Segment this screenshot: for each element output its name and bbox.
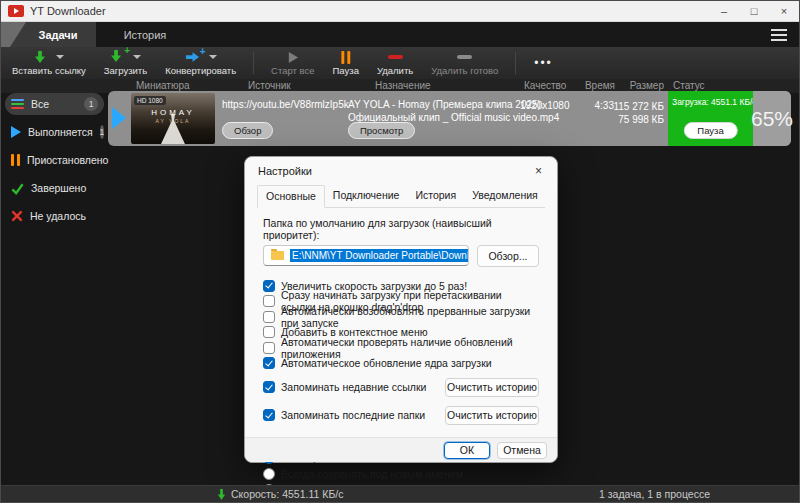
- dialog-tab-connection[interactable]: Подключение: [325, 185, 408, 207]
- checkbox-unchecked[interactable]: [263, 311, 275, 323]
- delete-button[interactable]: Удалить: [368, 50, 422, 77]
- radio-save-new-name[interactable]: Всегда сохранять под новым именем: [263, 469, 539, 480]
- folder-icon: [271, 251, 284, 260]
- paste-link-button[interactable]: Вставить ссылку: [3, 50, 95, 77]
- cancel-button[interactable]: Отмена: [497, 442, 547, 459]
- thumbnail-title: HOMAY: [131, 108, 215, 117]
- download-plus-icon: +: [110, 50, 124, 65]
- sidebar-item-paused[interactable]: Приостановлено: [5, 149, 104, 171]
- app-window: YT Downloader – □ × Задачи История Встав…: [0, 0, 800, 503]
- folder-path-value: E:\NNM\YT Downloader Portable\Downloads: [290, 249, 469, 262]
- checkbox-checked[interactable]: [263, 409, 275, 421]
- toolbar-separator: [515, 52, 516, 74]
- dialog-tab-general[interactable]: Основные: [257, 185, 325, 208]
- convert-button[interactable]: + Конвертировать: [156, 50, 245, 77]
- paused-icon: [11, 154, 20, 166]
- speed-download-icon: [217, 489, 226, 500]
- option-label: Автоматически возобновлять прерванные за…: [281, 305, 539, 329]
- task-play-icon[interactable]: [112, 107, 126, 129]
- sidebar-paused-label: Приостановлено: [27, 154, 108, 166]
- checkbox-unchecked[interactable]: [263, 326, 275, 338]
- settings-dialog: Настройки × Основные Подключение История…: [244, 156, 558, 463]
- status-bar: Скорость: 4551.11 КБ/с 1 задача, 1 в про…: [1, 485, 799, 502]
- maximize-button[interactable]: □: [739, 1, 769, 21]
- download-folder-combobox[interactable]: E:\NNM\YT Downloader Portable\Downloads: [263, 245, 469, 266]
- dialog-tab-history[interactable]: История: [407, 185, 464, 207]
- checkbox-checked[interactable]: [263, 381, 275, 393]
- clear-links-history-button[interactable]: Очистить историю: [445, 378, 539, 397]
- checkbox-unchecked[interactable]: [263, 342, 275, 354]
- paste-link-label: Вставить ссылку: [12, 66, 86, 76]
- sidebar-item-all[interactable]: Все 1: [5, 93, 104, 115]
- dialog-close-button[interactable]: ×: [532, 164, 545, 178]
- status-progress-cell: Загрузка: 4551.1 КБ/с Пауза: [668, 91, 753, 146]
- start-all-button[interactable]: Старт все: [262, 50, 323, 77]
- checkbox-checked[interactable]: [263, 357, 275, 369]
- option-resume-on-start[interactable]: Автоматически возобновлять прерванные за…: [263, 311, 539, 322]
- start-all-label: Старт все: [271, 66, 314, 76]
- all-tasks-icon: [11, 99, 24, 109]
- task-pause-button[interactable]: Пауза: [683, 122, 737, 139]
- chevron-down-icon: [56, 55, 64, 59]
- size-value: 115 272 КБ 75 998 КБ: [592, 100, 664, 126]
- column-time: Время: [581, 80, 615, 91]
- more-options-button[interactable]: •••: [524, 56, 563, 70]
- column-source: Источник: [248, 80, 291, 91]
- dialog-footer: ОК Отмена: [245, 437, 557, 462]
- browse-button[interactable]: Обзор...: [477, 245, 539, 267]
- main-tab-bar: Задачи История: [1, 22, 799, 47]
- toolbar: Вставить ссылку + Загрузить + Конвертиро…: [1, 47, 799, 79]
- hd-badge: HD 1080: [134, 96, 166, 105]
- pause-label: Пауза: [333, 66, 359, 76]
- speed-text: Скорость: 4551.11 КБ/с: [231, 488, 343, 500]
- sidebar-running-label: Выполняется: [28, 126, 93, 138]
- source-browse-button[interactable]: Обзор: [222, 122, 273, 139]
- running-count-badge: 1: [100, 125, 105, 139]
- pause-button[interactable]: Пауза: [324, 50, 368, 77]
- radio-unselected[interactable]: [263, 468, 275, 480]
- checkbox-checked[interactable]: [263, 280, 275, 292]
- remember-links-row: Запоминать недавние ссылки Очистить исто…: [263, 378, 539, 397]
- thumbnail-subtitle: AY YOLA: [131, 118, 215, 124]
- source-url[interactable]: https://youtu.be/V88rmlzIp5k: [222, 99, 349, 110]
- video-thumbnail: HD 1080 HOMAY AY YOLA: [131, 93, 215, 144]
- general-options: Увеличить скорость загрузки до 5 раз! Ср…: [263, 280, 539, 369]
- minimize-button[interactable]: –: [709, 1, 739, 21]
- clear-folders-history-button[interactable]: Очистить историю: [445, 406, 539, 425]
- remember-links-label: Запоминать недавние ссылки: [281, 381, 426, 393]
- paste-link-icon: [33, 51, 47, 64]
- title-bar: YT Downloader – □ ×: [1, 1, 799, 22]
- delete-icon: [388, 55, 403, 59]
- chevron-down-icon: [209, 55, 217, 59]
- window-title: YT Downloader: [30, 5, 106, 17]
- running-icon: [11, 126, 21, 138]
- download-button[interactable]: + Загрузить: [95, 50, 156, 77]
- close-button[interactable]: ×: [769, 1, 799, 21]
- dialog-title: Настройки: [258, 165, 312, 177]
- chevron-down-icon: [133, 55, 141, 59]
- destination-view-button[interactable]: Просмотр: [348, 122, 415, 139]
- check-icon: [11, 182, 24, 195]
- dialog-tab-notifications[interactable]: Уведомления: [464, 185, 546, 207]
- convert-plus-icon: +: [185, 51, 200, 65]
- checkbox-unchecked[interactable]: [263, 295, 275, 307]
- sidebar: Все 1 Выполняется 1 Приостановлено Завер…: [1, 93, 108, 233]
- destination-line1: AY YOLA - Homay (Премьера клипа 2025).: [348, 99, 544, 110]
- delete-done-button[interactable]: Удалить готово: [422, 50, 507, 77]
- delete-done-icon: [457, 55, 472, 59]
- window-controls: – □ ×: [709, 1, 799, 21]
- dialog-tab-strip: Основные Подключение История Уведомления: [257, 185, 545, 208]
- sidebar-item-completed[interactable]: Завершено: [5, 177, 104, 199]
- menu-icon[interactable]: [771, 34, 787, 36]
- option-check-updates[interactable]: Автоматически проверять наличие обновлен…: [263, 342, 539, 353]
- sidebar-item-failed[interactable]: Не удалось: [5, 205, 104, 227]
- dialog-header: Настройки ×: [245, 157, 557, 182]
- ok-button[interactable]: ОК: [444, 442, 490, 459]
- remember-folders-row: Запоминать последние папки Очистить исто…: [263, 406, 539, 425]
- tab-history[interactable]: История: [103, 22, 187, 47]
- pause-icon: [341, 51, 351, 64]
- status-text: Загрузка: 4551.1 КБ/с: [672, 97, 751, 107]
- download-task-row[interactable]: HD 1080 HOMAY AY YOLA https://youtu.be/V…: [108, 91, 791, 146]
- delete-done-label: Удалить готово: [431, 66, 498, 76]
- sidebar-item-running[interactable]: Выполняется 1: [5, 121, 104, 143]
